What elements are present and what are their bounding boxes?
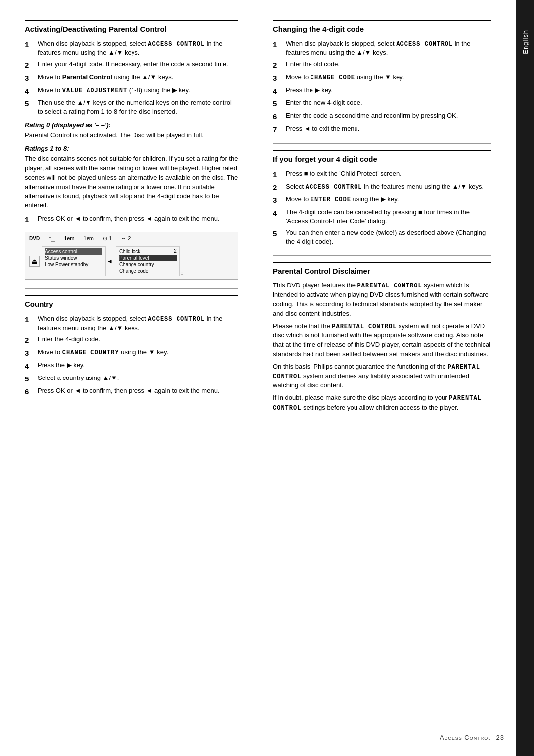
keyword: ACCESS CONTROL: [306, 184, 362, 190]
page: English Activating/Deactivating Parental…: [0, 0, 534, 756]
list-item: Enter the 4-digit code.: [25, 335, 238, 345]
sidebar: English: [516, 0, 534, 756]
list-item: Then use the ▲/▼ keys or the numerical k…: [25, 98, 238, 116]
keyword: Parental Control: [62, 73, 112, 81]
step-content: The 4-digit code can be cancelled by pre…: [286, 208, 491, 226]
dvd-menu-item-power: Low Power standby: [45, 261, 102, 268]
dvd-menu-topbar: DVD ↑⎯ 1em 1em ⊙ 1 ↔ 2: [29, 235, 234, 244]
step-content: Press OK or ◄ to confirm, then press ◄ a…: [38, 386, 238, 397]
list-item: The 4-digit code can be cancelled by pre…: [273, 208, 491, 226]
back-icon: ◄: [107, 258, 113, 265]
section-changing-code: Changing the 4-digit code When disc play…: [273, 20, 491, 135]
footer-label: Access Control: [440, 734, 491, 741]
dvd-menu-image: DVD ↑⎯ 1em 1em ⊙ 1 ↔ 2 ⏏ Access control: [25, 232, 238, 280]
note2-text: The disc contains scenes not suitable fo…: [25, 154, 238, 210]
section-activating-step6: Press OK or ◄ to confirm, then press ◄ a…: [25, 214, 238, 225]
list-item: Press the ▶ key.: [273, 86, 491, 96]
keyword: PARENTAL CONTROL: [332, 323, 397, 330]
icon-eject: ↑⎯: [48, 235, 55, 242]
step-content: Select a country using ▲/▼.: [38, 374, 238, 384]
list-item: Move to CHANGE COUNTRY using the ▼ key.: [25, 348, 238, 358]
left-column: Activating/Deactivating Parental Control…: [25, 20, 248, 736]
keyword: ACCESS CONTROL: [148, 316, 205, 323]
dvd-menu-item-status: Status window: [45, 255, 102, 261]
list-item: Enter the old code.: [273, 60, 491, 70]
section-forget-title: If you forget your 4 digit code: [273, 150, 491, 163]
list-item: Move to CHANGE CODE using the ▼ key.: [273, 73, 491, 83]
list-item: Select ACCESS CONTROL in the features me…: [273, 182, 491, 192]
step-content: When disc playback is stopped, select AC…: [38, 314, 238, 332]
step-content: Then use the ▲/▼ keys or the numerical k…: [38, 98, 238, 116]
dvd-label: DVD: [29, 236, 40, 241]
step-content: Enter your 4-digit code. If necessary, e…: [38, 60, 238, 70]
scroll-icon: ↕: [181, 271, 183, 276]
divider-2: [273, 143, 491, 144]
step-content: Move to ENTER CODE using the ▶ key.: [286, 195, 491, 205]
icon-timer: 1em: [64, 236, 74, 241]
section-changing-title: Changing the 4-digit code: [273, 20, 491, 33]
step-content: You can then enter a new code (twice!) a…: [286, 228, 491, 246]
icon-timer2: 1em: [84, 236, 94, 241]
dvd-menu-body: ⏏ Access control Status window Low Power…: [29, 246, 234, 276]
step-content: Move to Parental Control using the ▲/▼ k…: [38, 73, 238, 83]
dvd-menu-item-country: Change country: [119, 261, 177, 268]
list-item: Move to Parental Control using the ▲/▼ k…: [25, 73, 238, 83]
sidebar-label: English: [522, 30, 529, 54]
step-content: When disc playback is stopped, select AC…: [286, 39, 491, 57]
keyword: PARENTAL CONTROL: [273, 364, 480, 380]
keyword: VALUE ADJUSTMENT: [62, 87, 127, 94]
section-disclaimer: Parental Control Disclaimer This DVD pla…: [273, 262, 491, 413]
dvd-menu-item-child: Child lock: [119, 248, 177, 255]
list-item: Enter your 4-digit code. If necessary, e…: [25, 60, 238, 70]
keyword: ACCESS CONTROL: [396, 41, 453, 47]
list-item: Move to VALUE ADJUSTMENT (1-8) using the…: [25, 86, 238, 96]
note1-text: Parental Control is not activated. The D…: [25, 131, 238, 140]
divider-1: [25, 288, 238, 289]
step-content: When disc playback is stopped, select AC…: [38, 39, 238, 57]
disclaimer-para-4: If in doubt, please make sure the disc p…: [273, 393, 491, 413]
section-forget-steps: Press ■ to exit the 'Child Protect' scre…: [273, 169, 491, 246]
section-country: Country When disc playback is stopped, s…: [25, 295, 238, 397]
list-item: Press ■ to exit the 'Child Protect' scre…: [273, 169, 491, 180]
dvd-menu-item-parental: Parental level: [119, 255, 177, 261]
keyword: PARENTAL CONTROL: [357, 283, 422, 289]
disclaimer-para-2: Please note that the PARENTAL CONTROL sy…: [273, 322, 491, 359]
section-activating-title: Activating/Deactivating Parental Control: [25, 20, 238, 33]
list-item: You can then enter a new code (twice!) a…: [273, 228, 491, 246]
step-content: Enter the 4-digit code.: [38, 335, 238, 345]
list-item: Press OK or ◄ to confirm, then press ◄ a…: [25, 214, 238, 225]
keyword: ENTER CODE: [311, 196, 351, 203]
list-item: Enter the code a second time and reconfi…: [273, 111, 491, 122]
dvd-right-menu: Child lock 2 Parental level Change count…: [116, 246, 180, 276]
icon-num: ⊙ 1: [103, 236, 112, 242]
section-activating: Activating/Deactivating Parental Control…: [25, 20, 238, 280]
keyword: CHANGE CODE: [311, 74, 355, 81]
disclaimer-para-3: On this basis, Philips cannot guarantee …: [273, 362, 491, 391]
list-item: When disc playback is stopped, select AC…: [273, 39, 491, 57]
list-item: Press ◄ to exit the menu.: [273, 124, 491, 135]
step-content: Press OK or ◄ to confirm, then press ◄ a…: [38, 214, 238, 225]
step-content: Press the ▶ key.: [286, 86, 491, 96]
step-content: Press ■ to exit the 'Child Protect' scre…: [286, 169, 491, 180]
divider-3: [273, 255, 491, 256]
section-disclaimer-title: Parental Control Disclaimer: [273, 262, 491, 275]
footer-page: 23: [496, 734, 504, 741]
section-activating-steps: When disc playback is stopped, select AC…: [25, 39, 238, 116]
note2-heading: Ratings 1 to 8:: [25, 145, 238, 152]
step-content: Move to CHANGE COUNTRY using the ▼ key.: [38, 348, 238, 358]
icon-arrow: ↔ 2: [121, 236, 131, 241]
eject-icon: ⏏: [29, 256, 40, 267]
step-content: Move to VALUE ADJUSTMENT (1-8) using the…: [38, 86, 238, 96]
step-content: Select ACCESS CONTROL in the features me…: [286, 182, 491, 192]
section-country-title: Country: [25, 295, 238, 308]
list-item: Move to ENTER CODE using the ▶ key.: [273, 195, 491, 205]
right-column: Changing the 4-digit code When disc play…: [268, 20, 491, 736]
list-item: Select a country using ▲/▼.: [25, 374, 238, 384]
step-content: Press the ▶ key.: [38, 361, 238, 371]
main-content: Activating/Deactivating Parental Control…: [0, 0, 516, 756]
step-content: Enter the new 4-digit code.: [286, 98, 491, 109]
footer: Access Control 23: [440, 734, 504, 741]
list-item: Press the ▶ key.: [25, 361, 238, 371]
section-changing-steps: When disc playback is stopped, select AC…: [273, 39, 491, 135]
dvd-menu-item-code: Change code: [119, 268, 177, 274]
